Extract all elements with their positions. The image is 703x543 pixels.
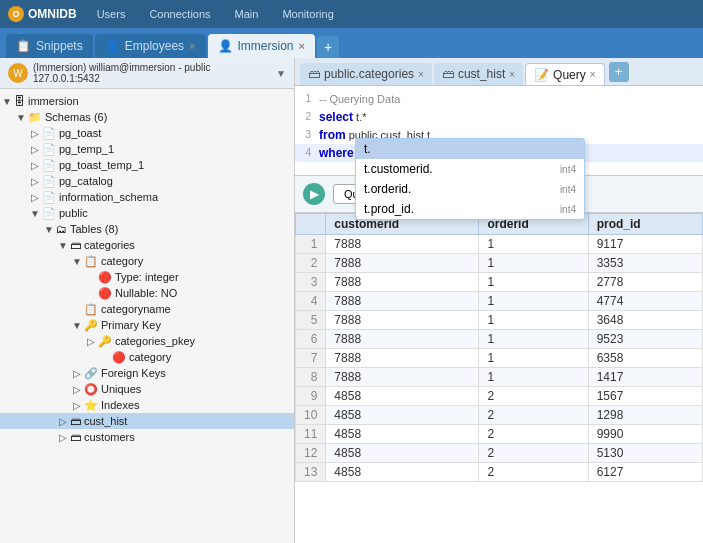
col-prod-id[interactable]: prod_id	[588, 214, 702, 235]
tree-toggle-10[interactable]: ▼	[70, 254, 84, 268]
table-row[interactable]: 8788811417	[296, 368, 703, 387]
tree-toggle-15[interactable]: ▷	[84, 334, 98, 348]
tree-item-16[interactable]: 🔴category	[0, 349, 294, 365]
run-query-button[interactable]: ▶	[303, 183, 325, 205]
table-cell: 1	[479, 254, 588, 273]
public-cat-close[interactable]: ×	[418, 69, 424, 80]
row-num-cell: 2	[296, 254, 326, 273]
tree-item-19[interactable]: ▷⭐Indexes	[0, 397, 294, 413]
cust-hist-close[interactable]: ×	[509, 69, 515, 80]
tree-item-2[interactable]: ▷📄pg_toast	[0, 125, 294, 141]
ac-item-prod-id[interactable]: t.prod_id. int4	[356, 199, 584, 219]
connection-dropdown-arrow[interactable]: ▼	[276, 68, 286, 79]
data-table-wrapper[interactable]: customerid orderid prod_id 1788819117278…	[295, 213, 703, 543]
tree-toggle-0[interactable]: ▼	[0, 94, 14, 108]
right-tab-bar: 🗃 public.categories × 🗃 cust_hist × 📝 Qu…	[295, 58, 703, 86]
table-row[interactable]: 4788814774	[296, 292, 703, 311]
tree-toggle-4[interactable]: ▷	[28, 158, 42, 172]
table-row[interactable]: 9485821567	[296, 387, 703, 406]
connection-text: (Immersion) william@immersion - public 1…	[33, 62, 210, 84]
query-close[interactable]: ×	[590, 69, 596, 80]
tree-toggle-6[interactable]: ▷	[28, 190, 42, 204]
ac-item-customerid[interactable]: t.customerid. int4	[356, 159, 584, 179]
nav-users[interactable]: Users	[93, 6, 130, 22]
tree-item-8[interactable]: ▼🗂Tables (8)	[0, 221, 294, 237]
tree-item-12[interactable]: 🔴Nullable: NO	[0, 285, 294, 301]
tab-immersion-close[interactable]: ×	[299, 40, 305, 52]
tree-toggle-7[interactable]: ▼	[28, 206, 42, 220]
tree-item-7[interactable]: ▼📄public	[0, 205, 294, 221]
tree-toggle-9[interactable]: ▼	[56, 238, 70, 252]
tree-toggle-18[interactable]: ▷	[70, 382, 84, 396]
table-cell: 7888	[326, 349, 479, 368]
tree-item-17[interactable]: ▷🔗Foreign Keys	[0, 365, 294, 381]
tree-item-14[interactable]: ▼🔑Primary Key	[0, 317, 294, 333]
table-row[interactable]: 6788819523	[296, 330, 703, 349]
app-logo: O OMNIDB	[8, 6, 77, 22]
table-row[interactable]: 7788816358	[296, 349, 703, 368]
row-num-cell: 10	[296, 406, 326, 425]
tree-label-11: Type: integer	[115, 271, 179, 283]
nav-connections[interactable]: Connections	[145, 6, 214, 22]
autocomplete-popup[interactable]: t. t.customerid. int4 t.orderid. int4 t.…	[355, 138, 585, 220]
code-editor[interactable]: 1 -- Querying Data 2 select t.* 3 from p…	[295, 86, 703, 176]
tree-icon-1: 📁	[28, 111, 42, 124]
tree-item-9[interactable]: ▼🗃categories	[0, 237, 294, 253]
tree-toggle-2[interactable]: ▷	[28, 126, 42, 140]
table-cell: 4774	[588, 292, 702, 311]
tree-item-5[interactable]: ▷📄pg_catalog	[0, 173, 294, 189]
tab-snippets[interactable]: 📋 Snippets	[6, 34, 93, 58]
table-row[interactable]: 3788812778	[296, 273, 703, 292]
table-cell: 1567	[588, 387, 702, 406]
tree-item-1[interactable]: ▼📁Schemas (6)	[0, 109, 294, 125]
table-row[interactable]: 2788813353	[296, 254, 703, 273]
tree-item-0[interactable]: ▼🗄immersion	[0, 93, 294, 109]
tree-item-3[interactable]: ▷📄pg_temp_1	[0, 141, 294, 157]
tab-cust-hist[interactable]: 🗃 cust_hist ×	[434, 63, 523, 85]
tree-label-6: information_schema	[59, 191, 158, 203]
right-panel: 🗃 public.categories × 🗃 cust_hist × 📝 Qu…	[295, 58, 703, 543]
table-row[interactable]: 5788813648	[296, 311, 703, 330]
tree-toggle-8[interactable]: ▼	[42, 222, 56, 236]
tree-toggle-19[interactable]: ▷	[70, 398, 84, 412]
tree-toggle-1[interactable]: ▼	[14, 110, 28, 124]
code-line-1: 1 -- Querying Data	[295, 90, 703, 108]
tab-employees[interactable]: 👤 Employees ×	[95, 34, 206, 58]
tree-item-6[interactable]: ▷📄information_schema	[0, 189, 294, 205]
row-num-cell: 13	[296, 463, 326, 482]
nav-monitoring[interactable]: Monitoring	[278, 6, 337, 22]
nav-main[interactable]: Main	[231, 6, 263, 22]
tree-toggle-5[interactable]: ▷	[28, 174, 42, 188]
tree-toggle-17[interactable]: ▷	[70, 366, 84, 380]
tab-immersion[interactable]: 👤 Immersion ×	[208, 34, 315, 58]
ac-item-orderid[interactable]: t.orderid. int4	[356, 179, 584, 199]
tree-toggle-20[interactable]: ▷	[56, 414, 70, 428]
tree-toggle-14[interactable]: ▼	[70, 318, 84, 332]
tab-employees-close[interactable]: ×	[189, 40, 195, 52]
ac-orderid-label: t.orderid.	[364, 182, 411, 196]
tree-item-21[interactable]: ▷🗃customers	[0, 429, 294, 445]
tree-toggle-21[interactable]: ▷	[56, 430, 70, 444]
connection-host: 127.0.0.1:5432	[33, 73, 210, 84]
tree-item-15[interactable]: ▷🔑categories_pkey	[0, 333, 294, 349]
tree-item-4[interactable]: ▷📄pg_toast_temp_1	[0, 157, 294, 173]
ac-item-t[interactable]: t.	[356, 139, 584, 159]
table-row[interactable]: 10485821298	[296, 406, 703, 425]
tab-public-categories[interactable]: 🗃 public.categories ×	[300, 63, 432, 85]
tree-item-18[interactable]: ▷⭕Uniques	[0, 381, 294, 397]
tree-item-10[interactable]: ▼📋category	[0, 253, 294, 269]
tab-query[interactable]: 📝 Query ×	[525, 63, 605, 85]
table-cell: 1	[479, 273, 588, 292]
right-tab-add-button[interactable]: +	[609, 62, 629, 82]
tree-toggle-3[interactable]: ▷	[28, 142, 42, 156]
tree-item-11[interactable]: 🔴Type: integer	[0, 269, 294, 285]
table-row[interactable]: 1788819117	[296, 235, 703, 254]
tree-label-20: cust_hist	[84, 415, 127, 427]
table-row[interactable]: 12485825130	[296, 444, 703, 463]
table-row[interactable]: 13485826127	[296, 463, 703, 482]
tree-label-18: Uniques	[101, 383, 141, 395]
tab-add-button[interactable]: +	[317, 36, 339, 58]
table-row[interactable]: 11485829990	[296, 425, 703, 444]
tree-item-13[interactable]: 📋categoryname	[0, 301, 294, 317]
tree-item-20[interactable]: ▷🗃cust_hist	[0, 413, 294, 429]
